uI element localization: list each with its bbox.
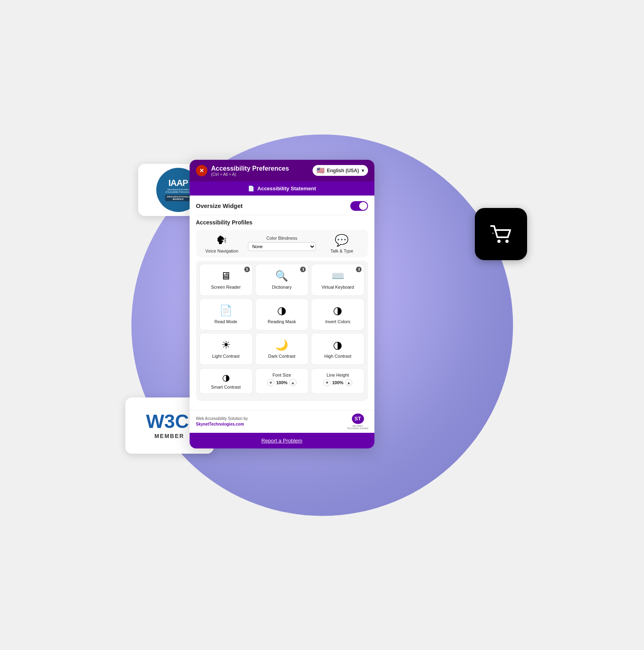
report-problem-button[interactable]: Report a Problem	[190, 433, 374, 448]
panel-header-left: ✕ Accessibility Preferences (Ctrl + Alt …	[196, 165, 289, 177]
reading-mask-cell[interactable]: ◑ Reading Mask	[255, 298, 309, 330]
svg-point-2	[505, 240, 509, 243]
cart-card	[475, 208, 527, 260]
features-grid-section: ℹ 🖥 Screen Reader ℹ 🔍 Dictionary ℹ ⌨️ Vi…	[196, 261, 368, 401]
statement-label: Accessibility Statement	[258, 185, 316, 192]
line-height-decrease-button[interactable]: ▾	[323, 379, 331, 386]
w3c-logo: W3C	[146, 412, 189, 431]
virtual-keyboard-label: Virtual Keyboard	[321, 285, 354, 289]
line-height-increase-button[interactable]: ▴	[345, 379, 352, 386]
screen-reader-info-icon[interactable]: ℹ	[244, 267, 250, 272]
font-size-cell: Font Size ▾ 100% ▴	[255, 368, 309, 394]
screen-reader-cell[interactable]: ℹ 🖥 Screen Reader	[199, 264, 253, 296]
accessibility-statement-bar[interactable]: 📄 Accessibility Statement	[190, 181, 374, 196]
dictionary-label: Dictionary	[272, 285, 292, 289]
panel-header: ✕ Accessibility Preferences (Ctrl + Alt …	[190, 160, 374, 181]
color-blindness-select[interactable]: None Protanopia Deuteranopia Tritanopia	[248, 242, 316, 251]
oversize-label: Oversize Widget	[196, 202, 243, 209]
iaap-subtitle: International Associationof Accessibilit…	[166, 188, 191, 194]
invert-colors-label: Invert Colors	[325, 319, 350, 324]
font-size-label: Font Size	[272, 373, 291, 377]
svg-point-1	[497, 240, 501, 243]
iaap-org-label: ORGANIZATIONALMEMBER	[165, 195, 191, 201]
reading-mask-label: Reading Mask	[268, 319, 296, 324]
color-blindness-section: Color Blindness None Protanopia Deuteran…	[248, 236, 316, 251]
panel-subtitle: (Ctrl + Alt + A)	[211, 172, 289, 177]
cart-icon	[485, 218, 517, 250]
talk-type-label: Talk & Type	[331, 249, 354, 253]
top-feature-row: 🗣 Voice Navigation Color Blindness None …	[196, 230, 368, 257]
dictionary-cell[interactable]: ℹ 🔍 Dictionary	[255, 264, 309, 296]
chevron-down-icon: ▾	[362, 168, 364, 173]
w3c-member-label: MEMBER	[154, 433, 184, 439]
screen-reader-icon: 🖥	[221, 270, 231, 282]
svg-rect-0	[485, 218, 517, 250]
dictionary-icon: 🔍	[275, 270, 288, 282]
oversize-widget-row: Oversize Widget	[196, 201, 368, 215]
scene: IAAP International Associationof Accessi…	[101, 104, 543, 546]
font-size-value: 100%	[276, 380, 287, 385]
voice-navigation-icon: 🗣	[216, 234, 227, 247]
read-mode-label: Read Mode	[215, 319, 237, 324]
virtual-keyboard-icon: ⌨️	[331, 270, 344, 282]
panel-title: Accessibility Preferences	[211, 165, 289, 172]
invert-colors-cell[interactable]: ◑ Invert Colors	[311, 298, 364, 330]
voice-navigation-section[interactable]: 🗣 Voice Navigation	[199, 234, 245, 253]
dark-contrast-label: Dark Contrast	[268, 354, 296, 359]
smart-contrast-icon: ◑	[222, 373, 230, 383]
panel-title-block: Accessibility Preferences (Ctrl + Alt + …	[211, 165, 289, 177]
high-contrast-cell[interactable]: ◑ High Contrast	[311, 333, 364, 365]
light-contrast-icon: ☀	[221, 339, 231, 351]
line-height-stepper: ▾ 100% ▴	[323, 379, 352, 386]
st-logo: ST SKYNET TECHNOLOGIES	[348, 414, 368, 430]
screen-reader-label: Screen Reader	[211, 285, 241, 289]
features-grid: ℹ 🖥 Screen Reader ℹ 🔍 Dictionary ℹ ⌨️ Vi…	[199, 264, 365, 365]
smart-contrast-label: Smart Contrast	[211, 385, 241, 389]
st-label: SKYNET TECHNOLOGIES	[347, 425, 369, 430]
language-label: English (USA)	[327, 168, 359, 173]
font-size-decrease-button[interactable]: ▾	[267, 379, 274, 386]
panel-footer: Web Accessibility Solution by SkynetTech…	[190, 410, 374, 433]
dark-contrast-cell[interactable]: 🌙 Dark Contrast	[255, 333, 309, 365]
footer-link[interactable]: SkynetTechnologies.com	[196, 422, 244, 426]
footer-text: Web Accessibility Solution by SkynetTech…	[196, 416, 248, 427]
talk-type-icon: 💬	[335, 234, 349, 247]
high-contrast-label: High Contrast	[324, 354, 351, 359]
footer-line1: Web Accessibility Solution by	[196, 416, 248, 421]
panel-body: Oversize Widget Accessibility Profiles 🗣…	[190, 196, 374, 410]
read-mode-cell[interactable]: 📄 Read Mode	[199, 298, 253, 330]
iaap-title: IAAP	[168, 179, 188, 187]
read-mode-icon: 📄	[219, 304, 232, 317]
virtual-keyboard-info-icon[interactable]: ℹ	[356, 267, 362, 272]
oversize-toggle[interactable]	[350, 201, 368, 211]
accessibility-profiles-label: Accessibility Profiles	[196, 219, 368, 226]
dark-contrast-icon: 🌙	[275, 339, 288, 351]
document-icon: 📄	[248, 185, 254, 192]
reading-mask-icon: ◑	[277, 304, 286, 317]
invert-colors-icon: ◑	[333, 304, 342, 317]
color-blindness-label: Color Blindness	[266, 236, 297, 240]
bottom-controls: ◑ Smart Contrast Font Size ▾ 100% ▴ Line…	[199, 368, 365, 394]
font-size-increase-button[interactable]: ▴	[289, 379, 296, 386]
font-size-stepper: ▾ 100% ▴	[267, 379, 296, 386]
talk-type-section[interactable]: 💬 Talk & Type	[319, 234, 364, 253]
dictionary-info-icon[interactable]: ℹ	[300, 267, 306, 272]
light-contrast-label: Light Contrast	[212, 354, 239, 359]
st-icon: ST	[352, 414, 364, 424]
language-button[interactable]: 🇺🇸 English (USA) ▾	[313, 165, 368, 176]
line-height-label: Line Height	[327, 373, 349, 377]
close-button[interactable]: ✕	[196, 165, 207, 176]
widget-panel: ✕ Accessibility Preferences (Ctrl + Alt …	[190, 160, 374, 448]
flag-icon: 🇺🇸	[317, 167, 325, 174]
light-contrast-cell[interactable]: ☀ Light Contrast	[199, 333, 253, 365]
line-height-cell: Line Height ▾ 100% ▴	[311, 368, 364, 394]
toggle-knob	[359, 202, 367, 210]
virtual-keyboard-cell[interactable]: ℹ ⌨️ Virtual Keyboard	[311, 264, 364, 296]
smart-contrast-cell[interactable]: ◑ Smart Contrast	[199, 368, 253, 394]
line-height-value: 100%	[332, 380, 343, 385]
high-contrast-icon: ◑	[333, 339, 342, 351]
voice-navigation-label: Voice Navigation	[205, 249, 238, 253]
svg-point-3	[492, 232, 494, 234]
